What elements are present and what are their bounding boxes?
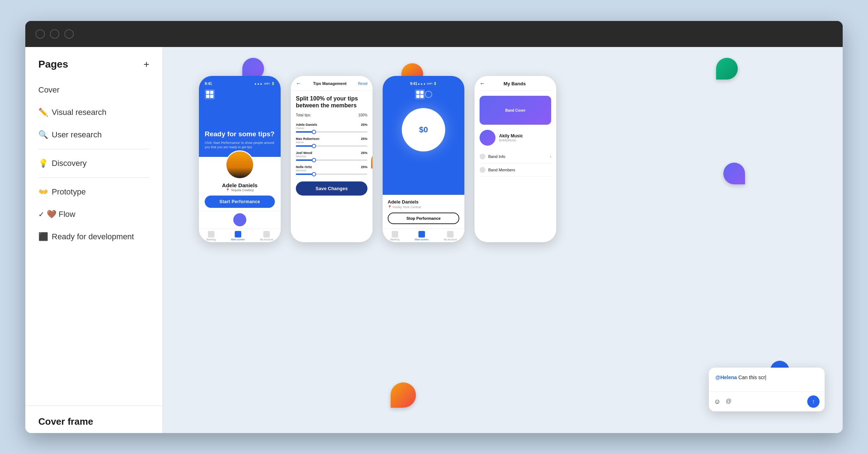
- phone1-name: Adele Daniels: [222, 182, 258, 188]
- phone4-band-handle: $AkilyMusic: [499, 138, 523, 142]
- avatar-bubble-bottom-mid: [391, 382, 416, 408]
- maximize-button[interactable]: [64, 29, 74, 39]
- phone3-venue-name: 📍 Honky Tonk Central: [388, 205, 459, 209]
- minimize-button[interactable]: [50, 29, 59, 39]
- phone4-title: My Bands: [503, 81, 526, 86]
- mention-button[interactable]: @: [726, 398, 731, 406]
- phone4-band-avatar: [480, 130, 495, 146]
- music-icon: [480, 167, 485, 173]
- stop-performance-button[interactable]: Stop Performance: [388, 213, 459, 224]
- phone2-total-row: Total tips: 100%: [291, 112, 373, 121]
- member-row-nelle: Nelle Ortiz Member 25%: [291, 163, 373, 177]
- visual-research-icon: ✏️: [38, 108, 48, 117]
- sidebar-item-visual-research[interactable]: ✏️ Visual research: [33, 101, 155, 124]
- phone-mockup-4: ← My Bands Band Cover Akily Music: [475, 76, 556, 242]
- phone4-band-card: Akily Music $AkilyMusic: [480, 130, 551, 146]
- band-members-label: Band Members: [488, 168, 515, 172]
- phone1-qr-icon: [205, 89, 215, 99]
- phone2-back-button[interactable]: ←: [296, 80, 302, 87]
- phone3-time: 9:41: [410, 82, 417, 86]
- emoji-button[interactable]: ☺: [714, 398, 720, 406]
- nav-divider-2: [38, 177, 149, 178]
- sidebar-item-ready-dev[interactable]: ⬛ Ready for development: [33, 226, 155, 248]
- band-info-item[interactable]: Band Info ›: [480, 150, 551, 163]
- cover-label: Cover: [38, 85, 60, 95]
- phone3-bottom-nav: Banking Main screen My account: [383, 228, 464, 242]
- browser-content: Pages + Cover ✏️ Visual research 🔍 User …: [25, 47, 843, 433]
- sidebar-title: Pages: [38, 59, 68, 70]
- start-performance-button[interactable]: Start Performance: [205, 196, 275, 208]
- phone2-screen: ← Tips Management Reset Split 100% of yo…: [291, 76, 373, 242]
- sidebar-item-flow[interactable]: ✓ 🤎 Flow: [33, 203, 155, 226]
- phone3-performer-name: Adele Daniels: [388, 199, 459, 205]
- chat-message-content: Can this scr|: [738, 374, 766, 380]
- joel-slider[interactable]: [296, 159, 367, 161]
- nelle-slider[interactable]: [296, 174, 367, 175]
- band-members-item[interactable]: Band Members: [480, 163, 551, 177]
- nav-divider-1: [38, 149, 149, 149]
- member-role-joel: Member: [296, 155, 312, 158]
- member-row-joel: Joel Wood Member 25%: [291, 149, 373, 163]
- phone3-amount-circle: $0: [402, 108, 445, 151]
- phone1-headline: Ready for some tips?: [205, 130, 275, 138]
- nav-main-screen[interactable]: Main screen: [231, 231, 245, 241]
- ready-dev-icon: ⬛: [38, 232, 48, 241]
- sidebar-section: Cover frame: [25, 406, 162, 433]
- phone1-screen: 9:41 ▲▲▲ WiFi 🔋: [199, 76, 281, 242]
- member-role-adele: Owner: [296, 127, 317, 130]
- nav-banking[interactable]: Banking: [207, 231, 216, 241]
- phone3-nav-main-screen[interactable]: Main screen: [415, 231, 429, 241]
- phone1-time: 9:41: [205, 82, 212, 86]
- phone4-band-name: Akily Music: [499, 133, 523, 138]
- user-research-icon: 🔍: [38, 130, 48, 140]
- prototype-icon: 👐: [38, 187, 48, 197]
- member-percent-nelle: 25%: [361, 165, 367, 172]
- member-percent-joel: 25%: [361, 151, 367, 158]
- phone1-avatar: [225, 150, 254, 179]
- phone2-reset-button[interactable]: Reset: [358, 82, 367, 86]
- sidebar-item-discovery[interactable]: 💡 Discovery: [33, 152, 155, 175]
- ready-dev-label: Ready for development: [52, 232, 134, 241]
- chat-popup: @Helena Can this scr| ☺ @ ↑: [709, 368, 825, 411]
- phone1-bottom-nav: Banking Main screen My account: [199, 228, 281, 242]
- band-info-label: Band Info: [488, 154, 505, 159]
- add-page-button[interactable]: +: [144, 59, 149, 69]
- phone-mockups-container: 9:41 ▲▲▲ WiFi 🔋: [199, 76, 556, 242]
- close-button[interactable]: [35, 29, 45, 39]
- member-role-nelle: Member: [296, 169, 312, 172]
- total-value: 100%: [358, 113, 367, 117]
- avatar-bubble-mid-right: [723, 163, 745, 184]
- venue-pin-icon: 📍: [388, 205, 392, 209]
- sidebar-navigation: Cover ✏️ Visual research 🔍 User research…: [25, 79, 162, 406]
- sidebar-item-prototype[interactable]: 👐 Prototype: [33, 181, 155, 203]
- phone1-avatar-section: Adele Daniels 📍 Tequila Cowboy Start Per…: [199, 157, 281, 211]
- discovery-icon: 💡: [38, 159, 48, 168]
- nav-my-account[interactable]: My account: [260, 231, 273, 241]
- sidebar-item-cover[interactable]: Cover: [33, 79, 155, 101]
- adele-slider[interactable]: [296, 131, 367, 133]
- traffic-lights: [35, 29, 74, 39]
- phone3-nav-my-account[interactable]: My account: [444, 231, 457, 241]
- phone3-bottom-section: Adele Daniels 📍 Honky Tonk Central Stop …: [383, 195, 464, 228]
- sidebar-header: Pages +: [25, 47, 162, 79]
- browser-titlebar: [25, 21, 843, 47]
- member-name-adele: Adele Daniels: [296, 123, 317, 127]
- phone4-back-button[interactable]: ←: [480, 80, 485, 87]
- member-row-max: Max Robertson Admin 25%: [291, 135, 373, 149]
- phone-mockup-1: 9:41 ▲▲▲ WiFi 🔋: [199, 76, 281, 242]
- phone3-amount-value: $0: [419, 125, 428, 134]
- phone3-screen: 9:41 ▲▲▲ WiFi 🔋: [383, 76, 464, 242]
- send-arrow-icon: ↑: [812, 398, 815, 405]
- prototype-label: Prototype: [52, 187, 86, 197]
- chat-mention: @Helena: [715, 374, 737, 380]
- phone2-title: Tips Management: [313, 81, 347, 86]
- send-button[interactable]: ↑: [807, 395, 820, 408]
- phone3-top-section: 9:41 ▲▲▲ WiFi 🔋: [383, 76, 464, 195]
- sidebar-item-user-research[interactable]: 🔍 User research: [33, 124, 155, 146]
- phone4-menu-items: Band Info › Band Members: [475, 150, 556, 177]
- phone-mockup-2: ← Tips Management Reset Split 100% of yo…: [291, 76, 373, 242]
- max-slider[interactable]: [296, 145, 367, 147]
- save-changes-button[interactable]: Save Changes: [296, 181, 367, 196]
- phone3-nav-banking[interactable]: Banking: [390, 231, 399, 241]
- flow-icon: 🤎: [47, 210, 56, 219]
